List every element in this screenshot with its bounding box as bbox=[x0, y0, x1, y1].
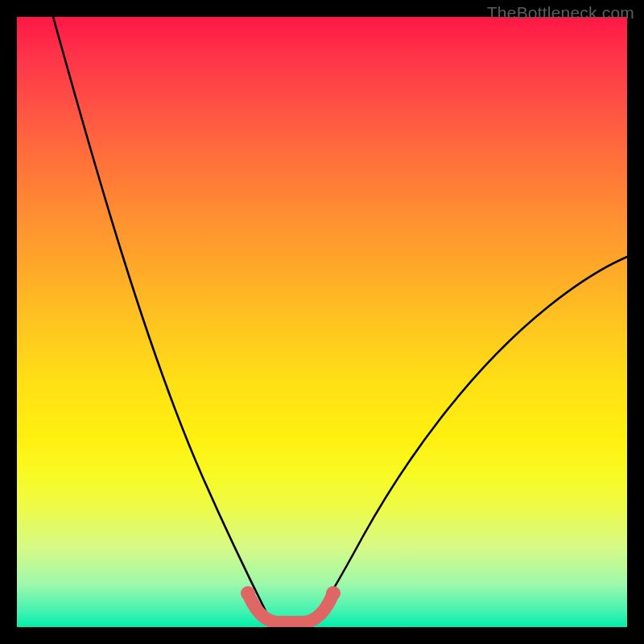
band-dot-right bbox=[326, 586, 341, 601]
curve-left bbox=[53, 17, 272, 622]
band-dot-left bbox=[241, 586, 255, 601]
watermark-text: TheBottleneck.com bbox=[487, 3, 634, 23]
bottom-band bbox=[248, 593, 333, 622]
plot-area bbox=[17, 17, 627, 627]
chart-svg bbox=[17, 17, 627, 627]
chart-frame: TheBottleneck.com bbox=[0, 0, 644, 644]
curve-right bbox=[311, 257, 627, 622]
